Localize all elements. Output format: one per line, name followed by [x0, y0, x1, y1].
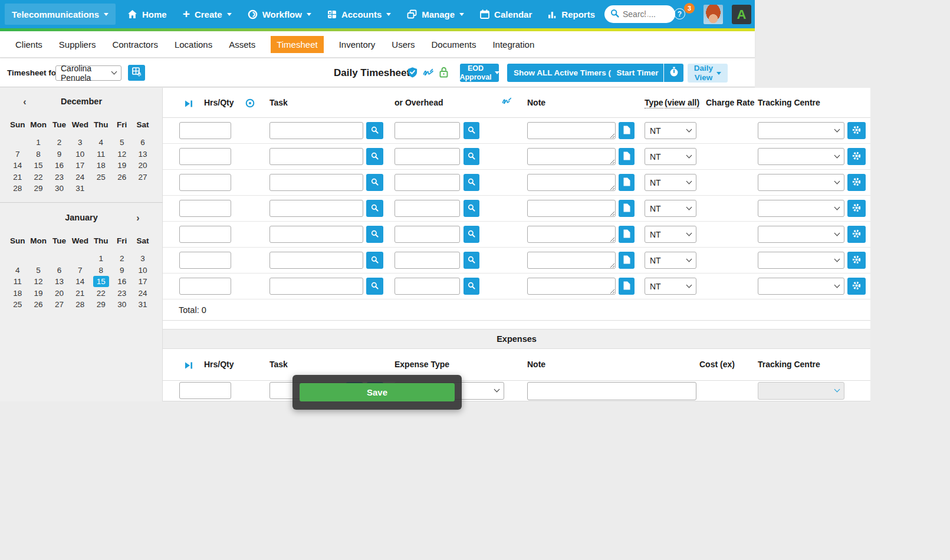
nav-create[interactable]: + Create [183, 9, 232, 19]
row-settings-gear-button[interactable] [847, 200, 866, 217]
signature-icon[interactable] [502, 97, 512, 107]
calendar-date[interactable]: 5 [111, 137, 132, 149]
calendar-date[interactable]: 8 [28, 149, 48, 160]
calendar-date[interactable]: 10 [132, 265, 153, 276]
tab-suppliers[interactable]: Suppliers [58, 36, 97, 53]
calendar-prev-button[interactable]: ‹ [20, 97, 29, 107]
calendar-next-button[interactable]: › [133, 213, 143, 223]
tab-clients[interactable]: Clients [14, 36, 44, 53]
tracking-centre-select[interactable] [758, 174, 844, 191]
task-input[interactable] [269, 148, 363, 165]
calendar-date[interactable]: 3 [132, 253, 153, 265]
note-textarea[interactable] [527, 148, 616, 165]
expense-tracking-centre-select[interactable] [758, 382, 844, 400]
calendar-date[interactable]: 25 [7, 299, 28, 311]
tab-users[interactable]: Users [390, 36, 416, 53]
hours-input[interactable] [179, 200, 231, 217]
hours-input[interactable] [179, 122, 231, 139]
approval-shield-icon[interactable] [407, 67, 418, 81]
task-search-button[interactable] [366, 200, 383, 217]
task-search-button[interactable] [366, 148, 383, 165]
calendar-date[interactable]: 31 [132, 299, 153, 311]
hours-input[interactable] [179, 148, 231, 165]
skip-to-end-icon[interactable] [185, 99, 193, 110]
start-timer-button[interactable]: Start Timer [612, 64, 663, 82]
note-textarea[interactable] [527, 200, 616, 217]
calendar-date[interactable]: 19 [28, 288, 48, 299]
note-textarea[interactable] [527, 122, 616, 139]
notification-count-badge[interactable]: 3 [684, 3, 695, 14]
calendar-date[interactable]: 1 [28, 137, 48, 149]
nav-workflow[interactable]: Workflow [248, 9, 311, 19]
task-search-button[interactable] [366, 122, 383, 139]
stopwatch-icon-button[interactable] [664, 64, 683, 82]
calendar-date[interactable]: 14 [70, 276, 90, 288]
overhead-search-button[interactable] [464, 174, 479, 191]
calendar-date[interactable]: 2 [111, 253, 132, 265]
calendar-date[interactable]: 12 [28, 276, 48, 288]
calendar-date[interactable]: 21 [7, 172, 28, 183]
calendar-date[interactable]: 18 [91, 160, 111, 172]
calendar-date[interactable]: 19 [111, 160, 132, 172]
workspace-select[interactable]: Telecommunications [5, 4, 116, 25]
note-template-button[interactable] [619, 278, 635, 295]
overhead-input[interactable] [395, 148, 460, 165]
tab-timesheet[interactable]: Timesheet [271, 36, 323, 53]
calendar-date[interactable]: 14 [7, 160, 28, 172]
calendar-date[interactable]: 26 [111, 172, 132, 183]
tracking-centre-select[interactable] [758, 278, 844, 295]
calendar-date[interactable]: 27 [49, 299, 70, 311]
tab-assets[interactable]: Assets [228, 36, 257, 53]
daily-view-button[interactable]: Daily View [688, 64, 728, 83]
calendar-date[interactable]: 28 [7, 183, 28, 195]
note-textarea[interactable] [527, 174, 616, 191]
calendar-date[interactable]: 6 [49, 265, 70, 276]
calendar-date[interactable]: 15 [28, 160, 48, 172]
calendar-date[interactable]: 23 [49, 172, 70, 183]
task-search-button[interactable] [366, 278, 383, 295]
type-select[interactable]: NT [645, 278, 696, 295]
calendar-date[interactable]: 30 [49, 183, 70, 195]
calendar-date[interactable]: 21 [70, 288, 90, 299]
tab-contractors[interactable]: Contractors [111, 36, 159, 53]
calendar-date[interactable]: 1 [91, 253, 111, 265]
row-settings-gear-button[interactable] [847, 226, 866, 243]
note-template-button[interactable] [619, 200, 635, 217]
overhead-input[interactable] [395, 226, 460, 243]
nav-manage[interactable]: Manage [407, 9, 464, 19]
unlocked-icon[interactable] [439, 67, 449, 80]
nav-home[interactable]: Home [127, 9, 167, 19]
calendar-date[interactable]: 4 [91, 137, 111, 149]
type-select[interactable]: NT [645, 200, 696, 217]
overhead-input[interactable] [395, 278, 460, 295]
calendar-date[interactable]: 3 [70, 137, 90, 149]
calendar-date[interactable]: 7 [7, 149, 28, 160]
help-icon[interactable]: ? [674, 8, 685, 19]
show-active-timers-button[interactable]: Show ALL Active Timers (10) [507, 64, 629, 82]
expense-note-input[interactable] [527, 382, 696, 400]
overhead-input[interactable] [395, 252, 460, 269]
calendar-date[interactable]: 9 [111, 265, 132, 276]
type-select[interactable]: NT [645, 122, 696, 139]
timesheet-settings-button[interactable] [128, 65, 145, 81]
task-input[interactable] [269, 226, 363, 243]
calendar-date[interactable]: 2 [49, 137, 70, 149]
task-input[interactable] [269, 122, 363, 139]
expense-hours-input[interactable] [179, 382, 231, 399]
type-select[interactable]: NT [645, 174, 696, 191]
calendar-date[interactable]: 20 [49, 288, 70, 299]
overhead-search-button[interactable] [464, 252, 479, 269]
app-logo[interactable]: A [732, 5, 751, 24]
tracking-centre-select[interactable] [758, 252, 844, 269]
calendar-date[interactable]: 9 [49, 149, 70, 160]
note-template-button[interactable] [619, 122, 635, 139]
notifications-bell-icon[interactable] [643, 8, 653, 22]
calendar-date[interactable]: 22 [91, 288, 111, 299]
overhead-input[interactable] [395, 122, 460, 139]
eod-approval-button[interactable]: EOD Approval [460, 64, 499, 82]
calendar-date[interactable]: 13 [132, 149, 153, 160]
signature-icon[interactable] [423, 68, 433, 79]
calendar-date[interactable]: 17 [70, 160, 90, 172]
tab-documents[interactable]: Documents [430, 36, 478, 53]
calendar-date[interactable]: 13 [49, 276, 70, 288]
